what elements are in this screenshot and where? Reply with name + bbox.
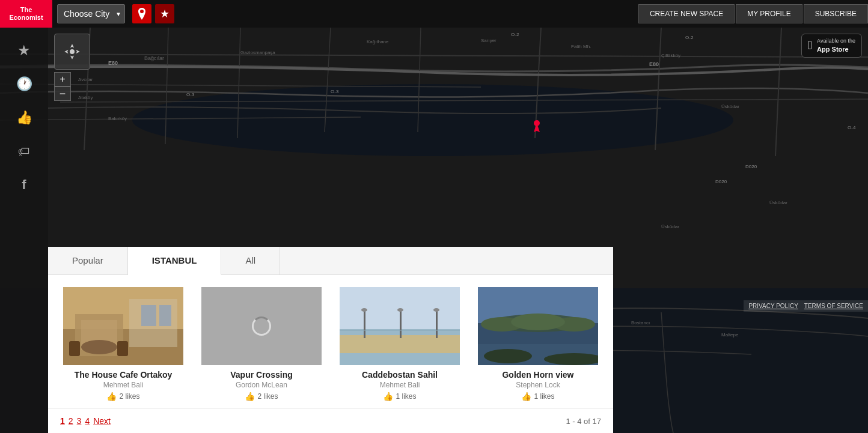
sidebar-item-tag[interactable]: 🏷 bbox=[0, 135, 48, 168]
svg-rect-66 bbox=[364, 311, 365, 338]
svg-rect-58 bbox=[117, 341, 128, 356]
place-name-2: Vapur Crossing bbox=[230, 370, 292, 380]
place-likes-4: 👍 1 likes bbox=[521, 392, 554, 401]
svg-text:Maltepe: Maltepe bbox=[721, 332, 739, 338]
svg-rect-70 bbox=[436, 311, 438, 338]
svg-text:Fatih Mh.: Fatih Mh. bbox=[571, 44, 591, 49]
map-controls: + − bbox=[54, 34, 90, 101]
header-actions: CREATE NEW SPACE MY PROFILE SUBSCRIBE bbox=[638, 4, 868, 23]
place-name-3: Caddebostan Sahil bbox=[362, 370, 438, 380]
page-2[interactable]: 2 bbox=[69, 416, 73, 426]
bookmark-button[interactable]: ★ bbox=[155, 4, 174, 23]
svg-text:Kağıthane: Kağıthane bbox=[367, 39, 389, 44]
svg-text:Gaziosmanpaşa: Gaziosmanpaşa bbox=[240, 50, 275, 55]
svg-text:Bağcılar: Bağcılar bbox=[144, 55, 164, 61]
header: TheEconomist Choose City ▼ ★ CREATE NEW … bbox=[0, 0, 868, 28]
pan-control[interactable] bbox=[54, 34, 90, 70]
svg-point-51 bbox=[70, 49, 75, 54]
map-footer: PRIVACY POLICY TERMS OF SERVICE bbox=[744, 300, 868, 312]
svg-point-78 bbox=[511, 313, 565, 330]
svg-text:O-3: O-3 bbox=[186, 92, 195, 97]
svg-point-69 bbox=[397, 308, 403, 312]
subscribe-button[interactable]: SUBSCRIBE bbox=[804, 4, 868, 23]
like-icon-4: 👍 bbox=[521, 392, 531, 401]
svg-rect-68 bbox=[400, 311, 402, 338]
svg-text:D020: D020 bbox=[745, 164, 757, 169]
svg-point-80 bbox=[484, 349, 532, 363]
zoom-out-button[interactable]: − bbox=[54, 86, 71, 101]
store-text: Available on the App Store bbox=[817, 38, 855, 53]
svg-text:O-3: O-3 bbox=[331, 89, 339, 94]
city-dropdown[interactable]: Choose City bbox=[57, 4, 125, 23]
page-3[interactable]: 3 bbox=[77, 416, 82, 426]
svg-text:Sarıyer: Sarıyer bbox=[481, 38, 497, 43]
page-4[interactable]: 4 bbox=[85, 416, 90, 426]
svg-text:E80: E80 bbox=[108, 60, 118, 66]
next-page-button[interactable]: Next bbox=[93, 416, 111, 426]
economist-logo[interactable]: TheEconomist bbox=[0, 0, 52, 28]
places-panel: Popular ISTANBUL All bbox=[48, 247, 613, 433]
pin-icon bbox=[137, 8, 147, 20]
place-image-2 bbox=[201, 287, 322, 365]
zoom-in-button[interactable]: + bbox=[54, 72, 71, 86]
place-author-1: Mehmet Bali bbox=[103, 381, 144, 389]
svg-rect-57 bbox=[69, 341, 80, 356]
svg-rect-61 bbox=[159, 305, 171, 326]
like-icon-1: 👍 bbox=[106, 392, 117, 401]
svg-text:O-2: O-2 bbox=[511, 32, 519, 37]
city-selector[interactable]: Choose City ▼ bbox=[52, 4, 125, 23]
tab-all[interactable]: All bbox=[221, 247, 280, 274]
place-card-1[interactable]: The House Cafe Ortakoy Mehmet Bali 👍 2 l… bbox=[60, 287, 186, 401]
loading-spinner bbox=[252, 316, 271, 336]
star-sidebar-icon: ★ bbox=[17, 42, 31, 59]
svg-point-44 bbox=[534, 120, 540, 126]
svg-text:O-2: O-2 bbox=[685, 35, 694, 40]
svg-text:Bakırköy: Bakırköy bbox=[108, 116, 127, 121]
svg-marker-50 bbox=[64, 50, 68, 53]
privacy-policy-link[interactable]: PRIVACY POLICY bbox=[748, 303, 798, 309]
svg-marker-48 bbox=[76, 50, 79, 53]
place-image-3 bbox=[340, 287, 460, 365]
tab-popular[interactable]: Popular bbox=[48, 247, 128, 274]
svg-text:E80: E80 bbox=[649, 61, 659, 67]
facebook-icon: f bbox=[22, 177, 26, 193]
create-space-button[interactable]: CREATE NEW SPACE bbox=[638, 4, 735, 23]
svg-text:Üsküdar: Üsküdar bbox=[661, 224, 679, 229]
svg-point-71 bbox=[433, 308, 439, 312]
page-1[interactable]: 1 bbox=[60, 416, 65, 426]
place-likes-2: 👍 2 likes bbox=[245, 392, 278, 401]
zoom-controls: + − bbox=[54, 72, 90, 101]
sidebar-item-facebook[interactable]: f bbox=[0, 168, 48, 202]
panel-content: The House Cafe Ortakoy Mehmet Bali 👍 2 l… bbox=[48, 275, 613, 401]
svg-text:Üsküdar: Üsküdar bbox=[769, 200, 787, 205]
sidebar-item-like[interactable]: 👍 bbox=[0, 101, 48, 135]
place-card-4[interactable]: Golden Horn view Stephen Lock 👍 1 likes bbox=[475, 287, 601, 401]
svg-point-67 bbox=[361, 308, 367, 312]
star-icon: ★ bbox=[160, 7, 170, 20]
sidebar-item-star[interactable]: ★ bbox=[0, 34, 48, 67]
panel-tabs: Popular ISTANBUL All bbox=[48, 247, 613, 275]
place-card-3[interactable]: Caddebostan Sahil Mehmet Bali 👍 1 likes bbox=[337, 287, 463, 401]
place-author-4: Stephen Lock bbox=[516, 381, 560, 389]
apple-icon:  bbox=[808, 38, 812, 52]
pin-button[interactable] bbox=[132, 4, 151, 23]
place-card-2[interactable]: Vapur Crossing Gordon McLean 👍 2 likes bbox=[198, 287, 325, 401]
svg-rect-60 bbox=[141, 305, 156, 326]
app-store-badge[interactable]:  Available on the App Store bbox=[801, 34, 862, 58]
svg-point-56 bbox=[81, 340, 117, 354]
clock-icon: 🕐 bbox=[16, 76, 32, 92]
place-name-4: Golden Horn view bbox=[502, 370, 573, 380]
svg-marker-47 bbox=[70, 44, 74, 47]
tag-icon: 🏷 bbox=[18, 145, 30, 159]
place-name-1: The House Cafe Ortakoy bbox=[75, 370, 173, 380]
tab-istanbul[interactable]: ISTANBUL bbox=[128, 247, 222, 275]
sidebar-item-clock[interactable]: 🕐 bbox=[0, 67, 48, 101]
svg-text:D020: D020 bbox=[715, 179, 727, 184]
pagination: 1 2 3 4 Next bbox=[60, 416, 111, 426]
terms-of-service-link[interactable]: TERMS OF SERVICE bbox=[804, 303, 863, 309]
svg-point-1 bbox=[132, 84, 733, 156]
thumbs-up-icon: 👍 bbox=[16, 110, 32, 126]
svg-text:Çiftlikköy: Çiftlikköy bbox=[661, 53, 680, 58]
svg-text:Bostancı: Bostancı bbox=[631, 320, 650, 326]
my-profile-button[interactable]: MY PROFILE bbox=[736, 4, 802, 23]
